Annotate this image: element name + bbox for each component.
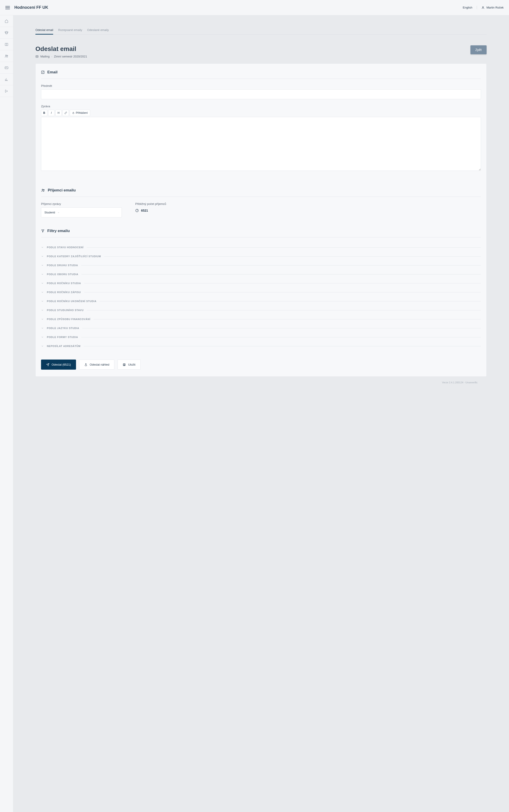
link-button[interactable] bbox=[63, 110, 69, 116]
action-buttons: Odeslat (6521) Odeslat náhled Uložit bbox=[41, 360, 481, 370]
app-header: Hodnocení FF UK English Martin Roček bbox=[0, 0, 509, 15]
filter-item[interactable]: Neposílat adresátům bbox=[41, 342, 481, 350]
group-icon bbox=[41, 188, 45, 192]
selected-recipient: Studenti bbox=[44, 211, 55, 214]
filter-label: Podle ročníku ukončení studia bbox=[47, 300, 96, 303]
recipient-count: 6521 bbox=[141, 209, 148, 212]
preview-button[interactable]: Odeslat náhled bbox=[79, 360, 114, 370]
filter-item[interactable]: Podle studijního stavu bbox=[41, 306, 481, 315]
breadcrumb-section: Mailing bbox=[40, 55, 49, 58]
filter-item[interactable]: Podle způsobu financování bbox=[41, 315, 481, 324]
breadcrumb-semester: Zimní semestr 2020/2021 bbox=[54, 55, 87, 58]
email-section-head: Email bbox=[41, 70, 481, 79]
envelope-icon bbox=[35, 55, 39, 58]
divider bbox=[83, 346, 481, 346]
menu-toggle-button[interactable] bbox=[5, 5, 10, 10]
tab-draft-emails[interactable]: Rozepsané emaily bbox=[58, 26, 82, 35]
user-name: Martin Roček bbox=[486, 6, 504, 9]
recipients-select[interactable]: Studenti bbox=[41, 207, 122, 217]
chevron-down-icon bbox=[41, 246, 44, 249]
filter-label: Podle stavu hodnocení bbox=[47, 246, 83, 249]
filter-item[interactable]: Podle ročníku ukončení studia bbox=[41, 297, 481, 306]
sidebar bbox=[0, 15, 13, 812]
email-section-title: Email bbox=[47, 70, 58, 74]
filters-list: Podle stavu hodnocení Podle katedry zaji… bbox=[41, 243, 481, 350]
users-icon bbox=[4, 54, 8, 58]
book-icon bbox=[5, 43, 8, 46]
chevron-down-icon bbox=[41, 291, 44, 293]
filter-label: Podle katedry zajišťující studium bbox=[47, 255, 101, 258]
divider bbox=[100, 301, 481, 302]
breadcrumb: Mailing · Zimní semestr 2020/2021 bbox=[35, 55, 87, 58]
subject-input[interactable] bbox=[41, 89, 481, 99]
divider bbox=[84, 292, 481, 292]
filter-label: Podle způsobu financování bbox=[47, 318, 90, 320]
chevron-down-icon bbox=[41, 300, 44, 303]
user-menu[interactable]: Martin Roček bbox=[481, 6, 504, 9]
recipients-section-title: Příjemci emailu bbox=[48, 188, 76, 193]
filter-item[interactable]: Podle ročníku zápisu bbox=[41, 288, 481, 297]
page-title: Odeslat email bbox=[35, 45, 87, 53]
tab-send-email[interactable]: Odeslat email bbox=[35, 26, 53, 35]
sidebar-education[interactable] bbox=[0, 27, 13, 39]
send-button[interactable]: Odeslat (6521) bbox=[41, 360, 76, 370]
filter-item[interactable]: Podle formy studia bbox=[41, 333, 481, 342]
recipients-section-head: Příjemci emailu bbox=[41, 188, 481, 197]
svg-rect-19 bbox=[124, 365, 125, 365]
filter-icon bbox=[41, 229, 45, 233]
send-icon bbox=[46, 363, 49, 366]
editor-toolbar: B I H Přihlášení bbox=[41, 110, 481, 116]
filter-label: Podle studijního stavu bbox=[47, 309, 83, 312]
sidebar-card[interactable] bbox=[0, 62, 13, 73]
divider bbox=[82, 328, 481, 329]
divider bbox=[81, 274, 481, 275]
chevron-down-icon bbox=[41, 309, 44, 312]
filter-label: Neposílat adresátům bbox=[47, 345, 80, 347]
chevron-down-icon bbox=[41, 336, 44, 338]
flask-icon bbox=[84, 363, 88, 366]
divider bbox=[81, 265, 481, 266]
filter-item[interactable]: Podle stavu hodnocení bbox=[41, 243, 481, 252]
chevron-down-icon bbox=[41, 345, 44, 347]
save-icon bbox=[123, 363, 126, 366]
count-label: Přibližný počet příjemců bbox=[135, 202, 216, 206]
chevron-down-icon bbox=[41, 282, 44, 285]
page-head: Odeslat email Mailing · Zimní semestr 20… bbox=[35, 45, 486, 58]
login-placeholder-button[interactable]: Přihlášení bbox=[70, 110, 90, 116]
italic-button[interactable]: I bbox=[48, 110, 55, 116]
graduation-icon bbox=[4, 31, 8, 35]
filter-item[interactable]: Podle jazyku studia bbox=[41, 324, 481, 333]
chart-icon bbox=[5, 77, 8, 81]
sidebar-book[interactable] bbox=[0, 39, 13, 50]
svg-rect-5 bbox=[5, 67, 8, 69]
filter-item[interactable]: Podle ročníku studia bbox=[41, 279, 481, 288]
sidebar-stats[interactable] bbox=[0, 73, 13, 85]
subject-label: Předmět bbox=[41, 84, 481, 88]
filters-section-title: Filtry emailu bbox=[47, 229, 70, 233]
divider bbox=[87, 247, 481, 248]
main-content: Odeslat email Rozepsané emaily Odeslané … bbox=[13, 15, 509, 812]
sidebar-home[interactable] bbox=[0, 15, 13, 27]
sidebar-users[interactable] bbox=[0, 50, 13, 62]
logout-icon bbox=[5, 89, 8, 93]
recipients-label: Příjemci zprávy bbox=[41, 202, 122, 206]
chevron-down-icon bbox=[41, 255, 44, 258]
chevron-down-icon bbox=[41, 327, 44, 330]
sidebar-logout[interactable] bbox=[0, 85, 13, 97]
back-button[interactable]: Zpět bbox=[470, 45, 486, 54]
bold-button[interactable]: B bbox=[41, 110, 47, 116]
chevron-down-icon bbox=[58, 211, 60, 214]
user-icon bbox=[481, 6, 484, 9]
language-switch[interactable]: English bbox=[463, 6, 477, 9]
svg-point-4 bbox=[7, 55, 8, 56]
footer-version: Verze 2.4.1.200124 · Unseverific bbox=[35, 377, 486, 388]
heading-button[interactable]: H bbox=[56, 110, 62, 116]
message-textarea[interactable] bbox=[41, 117, 481, 171]
tab-sent-emails[interactable]: Odeslané emaily bbox=[87, 26, 109, 35]
filter-item[interactable]: Podle katedry zajišťující studium bbox=[41, 252, 481, 261]
save-button[interactable]: Uložit bbox=[117, 360, 141, 370]
svg-point-16 bbox=[43, 189, 44, 190]
filter-item[interactable]: Podle druhu studia bbox=[41, 261, 481, 270]
filter-item[interactable]: Podle oboru studia bbox=[41, 270, 481, 279]
link-icon bbox=[64, 112, 67, 114]
